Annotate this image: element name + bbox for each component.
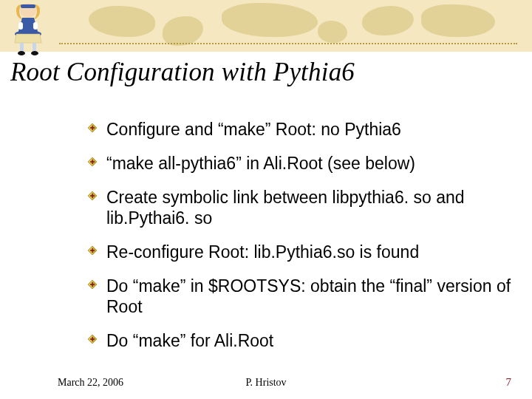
bullet-text: Do “make” for Ali.Root bbox=[106, 331, 273, 350]
map-decoration bbox=[89, 6, 155, 37]
bullet-icon bbox=[87, 123, 98, 133]
svg-rect-4 bbox=[18, 22, 23, 30]
bullet-item: Configure and “make” Root: no Pythia6 bbox=[87, 119, 531, 140]
bullet-icon bbox=[87, 279, 98, 290]
bullet-list: Configure and “make” Root: no Pythia6 “m… bbox=[58, 119, 531, 364]
svg-rect-1 bbox=[21, 4, 35, 8]
map-decoration bbox=[318, 21, 347, 43]
map-decoration bbox=[362, 6, 414, 35]
bullet-item: Create symbolic link between libpythia6.… bbox=[87, 187, 531, 228]
bullet-text: Create symbolic link between libpythia6.… bbox=[106, 188, 465, 228]
bullet-icon bbox=[87, 245, 98, 256]
footer-page-number: 7 bbox=[506, 376, 512, 389]
header-band bbox=[0, 0, 532, 52]
bullet-text: Re-configure Root: lib.Pythia6.so is fou… bbox=[106, 242, 419, 262]
bullet-text: Configure and “make” Root: no Pythia6 bbox=[106, 120, 401, 139]
bullet-item: Do “make” for Ali.Root bbox=[87, 330, 531, 351]
svg-rect-7 bbox=[33, 43, 36, 52]
alice-icon bbox=[7, 1, 55, 56]
header-divider bbox=[59, 43, 517, 44]
map-decoration bbox=[222, 3, 318, 37]
bullet-item: Do “make” in $ROOTSYS: obtain the “final… bbox=[87, 276, 531, 317]
bullet-icon bbox=[87, 157, 98, 167]
svg-point-9 bbox=[31, 51, 38, 55]
bullet-text: “make all-pythia6” in Ali.Root (see belo… bbox=[106, 154, 415, 173]
bullet-text: Do “make” in $ROOTSYS: obtain the “final… bbox=[106, 276, 511, 316]
svg-rect-5 bbox=[33, 22, 38, 30]
map-decoration bbox=[163, 16, 203, 46]
bullet-icon bbox=[87, 191, 98, 201]
svg-point-8 bbox=[18, 51, 25, 55]
footer-author: P. Hristov bbox=[0, 377, 532, 389]
bullet-item: “make all-pythia6” in Ali.Root (see belo… bbox=[87, 153, 531, 174]
slide-title: Root Configuration with Pythia6 bbox=[10, 58, 355, 87]
svg-rect-6 bbox=[20, 43, 24, 52]
map-decoration bbox=[421, 4, 495, 37]
bullet-icon bbox=[87, 334, 98, 344]
bullet-item: Re-configure Root: lib.Pythia6.so is fou… bbox=[87, 242, 531, 262]
